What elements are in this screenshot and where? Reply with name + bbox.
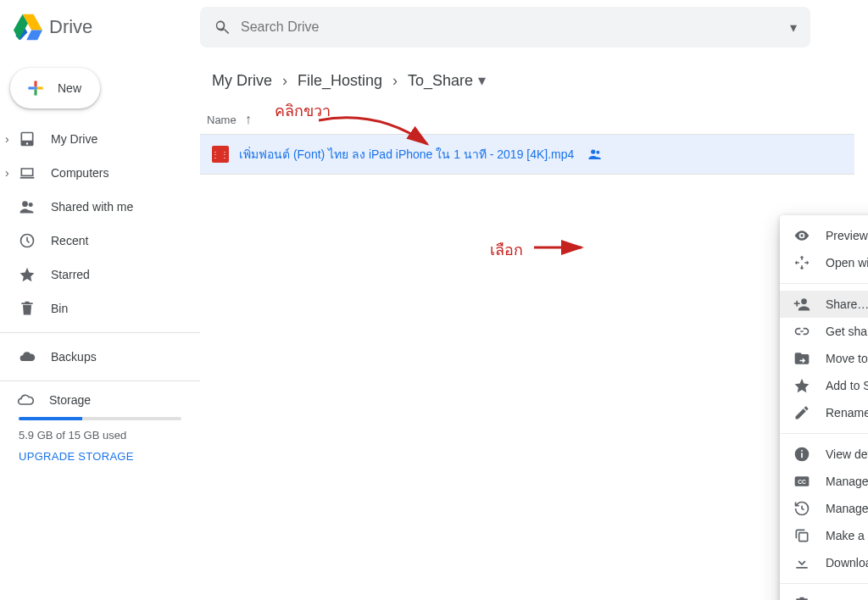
sidebar-item-label: Recent <box>51 234 88 247</box>
menu-open-with[interactable]: Open with › <box>780 249 868 276</box>
sort-asc-icon[interactable]: ↑ <box>245 112 252 127</box>
video-file-icon: ⋮⋮ <box>212 146 229 163</box>
menu-label: Download <box>826 556 868 569</box>
drive-logo-icon <box>14 13 42 42</box>
menu-label: Move to… <box>826 352 868 365</box>
context-menu: Preview Open with › Share… Get shareable… <box>780 215 868 600</box>
sidebar-item-label: Bin <box>51 302 68 315</box>
menu-versions[interactable]: Manage versions… <box>780 495 868 522</box>
sidebar-item-starred[interactable]: Starred <box>0 258 200 292</box>
menu-label: Make a copy <box>826 529 868 542</box>
sidebar-separator <box>0 381 200 381</box>
search-options-caret-icon[interactable]: ▾ <box>790 19 797 36</box>
sidebar-item-storage[interactable]: Storage <box>19 392 181 408</box>
eye-icon <box>793 227 810 244</box>
annotation-choose: เลือก <box>490 237 523 262</box>
menu-view-details[interactable]: View details <box>780 441 868 468</box>
file-row[interactable]: ⋮⋮ เพิ่มฟอนต์ (Font) ไทย ลง iPad iPhone … <box>200 135 854 175</box>
menu-label: Manage versions… <box>826 502 868 515</box>
crumb-root[interactable]: My Drive <box>207 69 277 93</box>
trash-icon <box>19 300 36 317</box>
copy-icon <box>793 527 810 544</box>
search-bar[interactable]: ▾ <box>200 7 810 47</box>
upgrade-storage-link[interactable]: UPGRADE STORAGE <box>19 450 181 463</box>
computers-icon <box>19 164 36 181</box>
menu-label: Rename… <box>826 406 868 419</box>
menu-download[interactable]: Download <box>780 549 868 576</box>
column-name[interactable]: Name <box>207 114 236 126</box>
crumb-current[interactable]: To_Share ▾ <box>403 68 491 93</box>
pencil-icon <box>793 404 810 421</box>
star-icon <box>19 266 36 283</box>
menu-share[interactable]: Share… <box>780 291 868 318</box>
person-add-icon <box>793 296 810 313</box>
menu-star[interactable]: Add to Starred <box>780 372 868 399</box>
shared-people-icon <box>587 147 603 162</box>
sidebar-item-computers[interactable]: Computers <box>0 156 200 190</box>
svg-point-3 <box>591 149 595 153</box>
menu-captions[interactable]: CC Manage caption tracks… <box>780 468 868 495</box>
sidebar-item-shared[interactable]: Shared with me <box>0 190 200 224</box>
main: My Drive › File_Hosting › To_Share ▾ Nam… <box>200 54 868 473</box>
sidebar-item-backups[interactable]: Backups <box>0 340 200 374</box>
storage-label: Storage <box>49 393 91 407</box>
chevron-right-icon: › <box>392 72 398 90</box>
menu-separator <box>780 433 868 434</box>
menu-rename[interactable]: Rename… <box>780 399 868 426</box>
plus-icon <box>24 76 47 100</box>
people-icon <box>19 198 36 215</box>
menu-label: Get shareable link <box>826 325 868 338</box>
menu-label: Share… <box>826 297 868 311</box>
folder-move-icon <box>793 350 810 367</box>
svg-rect-8 <box>801 450 803 452</box>
sidebar-item-bin[interactable]: Bin <box>0 292 200 325</box>
brand[interactable]: Drive <box>14 13 200 42</box>
download-icon <box>793 554 810 571</box>
cloud-icon <box>19 348 36 365</box>
sidebar-item-my-drive[interactable]: My Drive <box>0 122 200 156</box>
list-header: Name ↑ <box>200 105 854 135</box>
menu-separator <box>780 583 868 584</box>
open-with-icon <box>793 254 810 271</box>
caret-down-icon: ▾ <box>478 71 486 90</box>
chevron-right-icon: › <box>282 72 287 90</box>
star-icon <box>793 377 810 394</box>
menu-label: View details <box>826 447 868 461</box>
link-icon <box>793 323 810 340</box>
storage-text: 5.9 GB of 15 GB used <box>19 429 181 442</box>
menu-remove[interactable]: Remove <box>780 591 868 600</box>
storage-bar <box>19 417 181 420</box>
menu-label: Manage caption tracks… <box>826 475 868 488</box>
search-icon <box>214 19 231 36</box>
clock-icon <box>19 232 36 249</box>
menu-preview[interactable]: Preview <box>780 222 868 249</box>
drive-icon <box>19 131 36 147</box>
cloud-outline-icon <box>17 392 34 408</box>
sidebar-item-label: Backups <box>51 350 97 364</box>
trash-icon <box>793 596 810 600</box>
sidebar-separator <box>0 332 200 333</box>
menu-label: Open with <box>826 256 868 269</box>
crumb-current-label: To_Share <box>408 72 473 90</box>
new-button-label: New <box>58 81 81 95</box>
sidebar: New My Drive Computers Shared with me Re… <box>0 54 200 473</box>
menu-get-link[interactable]: Get shareable link <box>780 318 868 345</box>
header: Drive ▾ <box>0 0 868 54</box>
svg-point-0 <box>22 201 28 207</box>
annotation-arrow-icon <box>534 239 590 256</box>
svg-rect-7 <box>801 453 803 458</box>
brand-name: Drive <box>49 16 92 38</box>
svg-text:CC: CC <box>798 479 806 485</box>
sidebar-item-label: Starred <box>51 268 90 281</box>
menu-separator <box>780 283 868 284</box>
search-input[interactable] <box>241 19 790 35</box>
svg-point-4 <box>597 151 600 154</box>
menu-move-to[interactable]: Move to… <box>780 345 868 372</box>
sidebar-item-recent[interactable]: Recent <box>0 224 200 258</box>
menu-copy[interactable]: Make a copy <box>780 522 868 549</box>
svg-rect-11 <box>799 533 808 542</box>
menu-label: Preview <box>826 229 868 242</box>
crumb-folder[interactable]: File_Hosting <box>292 69 387 93</box>
new-button[interactable]: New <box>10 68 100 108</box>
storage-block: Storage 5.9 GB of 15 GB used UPGRADE STO… <box>0 388 200 466</box>
